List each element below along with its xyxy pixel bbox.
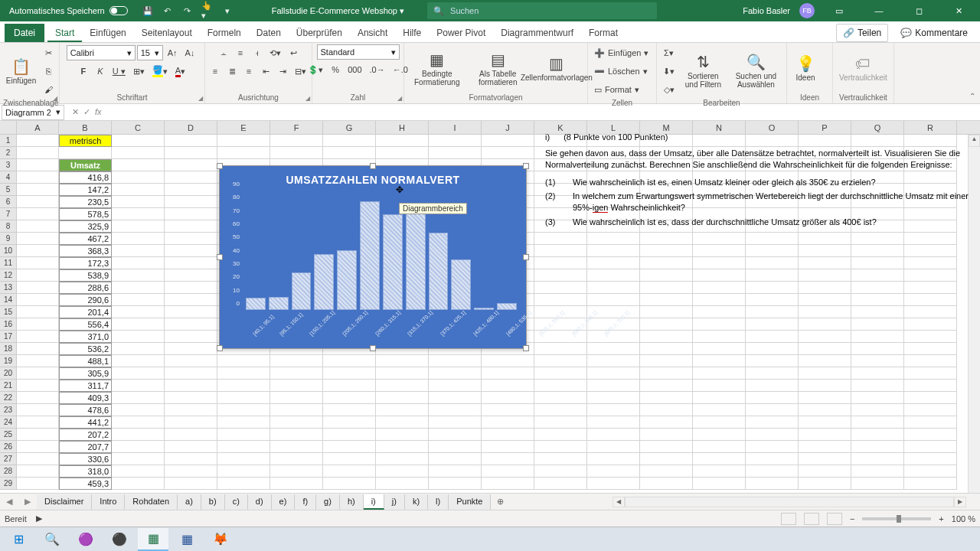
toggle-switch-icon[interactable] bbox=[109, 6, 128, 15]
cell[interactable] bbox=[376, 441, 429, 453]
cell[interactable] bbox=[165, 233, 217, 245]
sheet-nav-prev-icon[interactable]: ◀ bbox=[0, 497, 18, 507]
cell[interactable] bbox=[482, 392, 534, 404]
fill-color-button[interactable]: 🪣▾ bbox=[149, 63, 171, 80]
cell[interactable]: 201,4 bbox=[59, 306, 112, 318]
document-title[interactable]: Fallstudie E-Commerce Webshop ▾ bbox=[272, 6, 404, 16]
cell[interactable] bbox=[693, 367, 746, 380]
cell[interactable] bbox=[587, 367, 640, 380]
cell[interactable] bbox=[587, 269, 640, 282]
cell[interactable] bbox=[534, 294, 587, 306]
cell[interactable] bbox=[376, 355, 429, 367]
align-center-button[interactable]: ≣ bbox=[224, 63, 240, 80]
cell[interactable] bbox=[376, 404, 429, 416]
cell[interactable] bbox=[799, 343, 851, 355]
cell[interactable] bbox=[640, 478, 693, 490]
cell[interactable] bbox=[17, 441, 59, 453]
cell[interactable] bbox=[429, 147, 482, 159]
cell[interactable] bbox=[746, 331, 799, 343]
scroll-right-icon[interactable]: ▶ bbox=[954, 497, 966, 507]
comments-button[interactable]: 💬 Kommentare bbox=[894, 24, 974, 41]
column-header[interactable]: I bbox=[429, 121, 482, 134]
cell[interactable] bbox=[587, 294, 640, 306]
cell[interactable] bbox=[482, 441, 534, 453]
cell[interactable] bbox=[746, 478, 799, 490]
row-header[interactable]: 25 bbox=[0, 429, 16, 441]
cell[interactable] bbox=[482, 404, 534, 416]
autosum-button[interactable]: Σ▾ bbox=[660, 44, 678, 61]
cell[interactable] bbox=[270, 380, 323, 392]
cancel-formula-icon[interactable]: ✕ bbox=[72, 107, 79, 117]
cell[interactable]: 368,3 bbox=[59, 245, 112, 257]
cell[interactable] bbox=[693, 465, 746, 478]
cell[interactable]: Umsatz bbox=[59, 159, 112, 171]
cell[interactable] bbox=[217, 367, 270, 380]
cell[interactable] bbox=[746, 282, 799, 294]
cell[interactable] bbox=[112, 441, 165, 453]
cell[interactable] bbox=[17, 135, 59, 147]
cell[interactable] bbox=[640, 380, 693, 392]
cell[interactable] bbox=[746, 343, 799, 355]
cell[interactable] bbox=[17, 282, 59, 294]
align-middle-button[interactable]: ≡ bbox=[233, 44, 248, 61]
cell[interactable] bbox=[165, 404, 217, 416]
sheet-tab[interactable]: Intro bbox=[92, 494, 125, 510]
cell[interactable] bbox=[640, 343, 693, 355]
cell[interactable] bbox=[904, 478, 957, 490]
cell[interactable] bbox=[746, 441, 799, 453]
cell[interactable] bbox=[217, 392, 270, 404]
cell[interactable] bbox=[640, 453, 693, 465]
taskbar-word[interactable]: ▦ bbox=[172, 528, 202, 551]
cell[interactable] bbox=[112, 196, 165, 208]
touch-mode-icon[interactable]: 👆▾ bbox=[201, 5, 214, 17]
cell[interactable] bbox=[429, 404, 482, 416]
cell[interactable] bbox=[640, 318, 693, 331]
cell[interactable] bbox=[112, 367, 165, 380]
tab-format[interactable]: Format bbox=[581, 23, 626, 42]
row-header[interactable]: 10 bbox=[0, 245, 16, 257]
cell[interactable] bbox=[217, 416, 270, 429]
cell[interactable] bbox=[482, 478, 534, 490]
tab-überprüfen[interactable]: Überprüfen bbox=[289, 23, 350, 42]
column-header[interactable]: B bbox=[59, 121, 112, 134]
cell[interactable] bbox=[904, 343, 957, 355]
cell[interactable] bbox=[323, 441, 376, 453]
cell[interactable] bbox=[112, 331, 165, 343]
cell[interactable] bbox=[270, 404, 323, 416]
row-header[interactable]: 14 bbox=[0, 294, 16, 306]
cell[interactable] bbox=[165, 318, 217, 331]
cell[interactable] bbox=[799, 257, 851, 269]
cell[interactable] bbox=[165, 196, 217, 208]
cell[interactable] bbox=[270, 147, 323, 159]
search-box[interactable]: 🔍 Suchen bbox=[427, 2, 657, 19]
cell[interactable] bbox=[429, 367, 482, 380]
column-header[interactable]: D bbox=[165, 121, 217, 134]
cell[interactable] bbox=[746, 294, 799, 306]
sheet-nav-next-icon[interactable]: ▶ bbox=[18, 497, 37, 507]
cell[interactable]: metrisch bbox=[59, 135, 112, 147]
tab-start[interactable]: Start bbox=[47, 23, 82, 42]
cell[interactable] bbox=[746, 429, 799, 441]
sheet-tab[interactable]: i) bbox=[364, 494, 384, 510]
cell[interactable] bbox=[799, 245, 851, 257]
cell[interactable] bbox=[270, 441, 323, 453]
taskbar-app-2[interactable]: ⚫ bbox=[104, 528, 135, 551]
cell[interactable] bbox=[851, 245, 904, 257]
paste-button[interactable]: 📋Einfügen bbox=[3, 48, 39, 94]
grow-font-button[interactable]: A↑ bbox=[165, 44, 181, 61]
ribbon-display-icon[interactable]: ▭ bbox=[824, 0, 854, 21]
cell[interactable] bbox=[112, 245, 165, 257]
cell[interactable] bbox=[323, 392, 376, 404]
cell[interactable] bbox=[534, 245, 587, 257]
cell[interactable] bbox=[534, 404, 587, 416]
sheet-tab[interactable]: a) bbox=[178, 494, 201, 510]
cell[interactable] bbox=[429, 453, 482, 465]
tab-hilfe[interactable]: Hilfe bbox=[395, 23, 429, 42]
cell[interactable] bbox=[17, 380, 59, 392]
horizontal-scrollbar[interactable]: ◀ ▶ bbox=[612, 497, 980, 507]
enter-formula-icon[interactable]: ✓ bbox=[83, 107, 90, 117]
cell[interactable] bbox=[165, 306, 217, 318]
chart-bars[interactable] bbox=[246, 191, 517, 310]
cell[interactable] bbox=[851, 355, 904, 367]
row-header[interactable]: 27 bbox=[0, 453, 16, 465]
